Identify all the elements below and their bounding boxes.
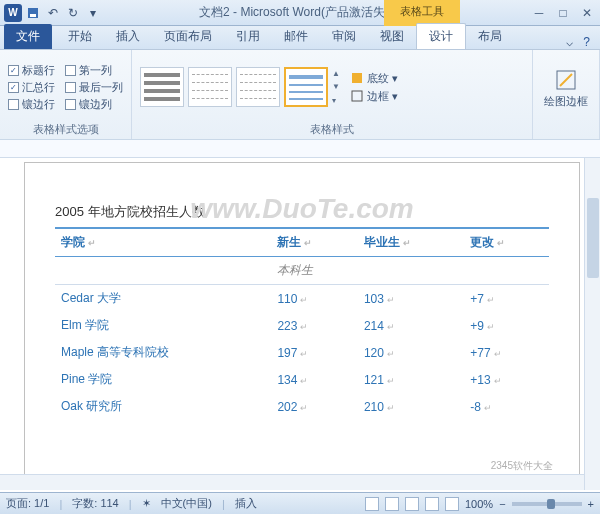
table-cell[interactable]: +13: [464, 366, 549, 393]
column-header[interactable]: 学院: [55, 228, 271, 257]
close-icon[interactable]: ✕: [580, 6, 594, 20]
table-cell[interactable]: 197: [271, 339, 358, 366]
ruler[interactable]: [0, 140, 600, 158]
column-header[interactable]: 毕业生: [358, 228, 464, 257]
shading-button[interactable]: 底纹 ▾: [350, 71, 398, 86]
table-row[interactable]: Maple 高等专科院校197120+77: [55, 339, 549, 366]
table-row[interactable]: Cedar 大学110103+7: [55, 285, 549, 313]
table-cell[interactable]: +77: [464, 339, 549, 366]
status-words[interactable]: 字数: 114: [72, 496, 118, 511]
svg-rect-1: [30, 14, 36, 17]
zoom-in-icon[interactable]: +: [588, 498, 594, 510]
tab-layout[interactable]: 布局: [466, 24, 514, 49]
subheader-cell[interactable]: 本科生: [271, 257, 358, 285]
tab-file[interactable]: 文件: [4, 24, 52, 49]
status-proofing-icon[interactable]: ✶: [142, 497, 151, 510]
table-cell[interactable]: 121: [358, 366, 464, 393]
checkbox-第一列[interactable]: 第一列: [65, 63, 123, 78]
status-mode[interactable]: 插入: [235, 496, 257, 511]
minimize-ribbon-icon[interactable]: ⌵: [566, 35, 573, 49]
tab-review[interactable]: 审阅: [320, 24, 368, 49]
data-table[interactable]: 学院新生毕业生更改 本科生 Cedar 大学110103+7Elm 学院2232…: [55, 227, 549, 420]
tab-mailings[interactable]: 邮件: [272, 24, 320, 49]
table-caption[interactable]: 2005 年地方院校招生人数: [55, 203, 549, 221]
table-cell[interactable]: Pine 学院: [55, 366, 271, 393]
table-cell[interactable]: 103: [358, 285, 464, 313]
tab-home[interactable]: 开始: [56, 24, 104, 49]
view-web-layout-icon[interactable]: [405, 497, 419, 511]
word-app-icon[interactable]: W: [4, 4, 22, 22]
tab-view[interactable]: 视图: [368, 24, 416, 49]
table-cell[interactable]: 110: [271, 285, 358, 313]
ribbon: ✓标题行第一列✓汇总行最后一列镶边行镶边列 表格样式选项 ▲ ▼ ▾ 底纹 ▾ …: [0, 50, 600, 140]
table-cell[interactable]: 120: [358, 339, 464, 366]
status-zoom[interactable]: 100%: [465, 498, 493, 510]
column-header[interactable]: 更改: [464, 228, 549, 257]
document-area: www.DuoTe.com 2005 年地方院校招生人数 学院新生毕业生更改 本…: [0, 158, 600, 490]
table-cell[interactable]: 223: [271, 312, 358, 339]
minimize-icon[interactable]: ─: [532, 6, 546, 20]
group-table-style-options: ✓标题行第一列✓汇总行最后一列镶边行镶边列 表格样式选项: [0, 50, 132, 139]
view-print-layout-icon[interactable]: [365, 497, 379, 511]
group-draw-borders: 绘图边框: [533, 50, 600, 139]
table-row[interactable]: Elm 学院223214+9: [55, 312, 549, 339]
table-cell[interactable]: +9: [464, 312, 549, 339]
table-cell[interactable]: +7: [464, 285, 549, 313]
checkbox-icon: [8, 99, 19, 110]
checkbox-最后一列[interactable]: 最后一列: [65, 80, 123, 95]
group-label-options: 表格样式选项: [8, 120, 123, 137]
checkbox-镶边列[interactable]: 镶边列: [65, 97, 123, 112]
checkbox-镶边行[interactable]: 镶边行: [8, 97, 55, 112]
table-cell[interactable]: 210: [358, 393, 464, 420]
checkbox-icon: [65, 99, 76, 110]
svg-rect-3: [352, 91, 362, 101]
table-cell[interactable]: Maple 高等专科院校: [55, 339, 271, 366]
style-thumb-4-selected[interactable]: [284, 67, 328, 107]
style-thumb-2[interactable]: [188, 67, 232, 107]
tab-design[interactable]: 设计: [416, 23, 466, 49]
table-cell[interactable]: 134: [271, 366, 358, 393]
tab-insert[interactable]: 插入: [104, 24, 152, 49]
checkbox-icon: ✓: [8, 82, 19, 93]
table-row[interactable]: Oak 研究所202210-8: [55, 393, 549, 420]
save-icon[interactable]: [24, 4, 42, 22]
table-row[interactable]: Pine 学院134121+13: [55, 366, 549, 393]
table-cell[interactable]: Elm 学院: [55, 312, 271, 339]
tab-references[interactable]: 引用: [224, 24, 272, 49]
table-cell[interactable]: Oak 研究所: [55, 393, 271, 420]
checkbox-汇总行[interactable]: ✓汇总行: [8, 80, 55, 95]
column-header[interactable]: 新生: [271, 228, 358, 257]
table-cell[interactable]: 214: [358, 312, 464, 339]
group-label-styles: 表格样式: [140, 120, 524, 137]
quick-access-toolbar: W ↶ ↻ ▾: [0, 4, 106, 22]
table-cell[interactable]: 202: [271, 393, 358, 420]
table-cell[interactable]: Cedar 大学: [55, 285, 271, 313]
gallery-more-icon[interactable]: ▾: [332, 96, 344, 105]
checkbox-标题行[interactable]: ✓标题行: [8, 63, 55, 78]
gallery-down-icon[interactable]: ▼: [332, 82, 344, 91]
help-icon[interactable]: ?: [583, 35, 590, 49]
view-draft-icon[interactable]: [445, 497, 459, 511]
qat-dropdown-icon[interactable]: ▾: [84, 4, 102, 22]
gallery-up-icon[interactable]: ▲: [332, 69, 344, 78]
zoom-slider[interactable]: [512, 502, 582, 506]
redo-icon[interactable]: ↻: [64, 4, 82, 22]
style-thumb-1[interactable]: [140, 67, 184, 107]
group-table-styles: ▲ ▼ ▾ 底纹 ▾ 边框 ▾ 表格样式: [132, 50, 533, 139]
undo-icon[interactable]: ↶: [44, 4, 62, 22]
status-language[interactable]: 中文(中国): [161, 496, 212, 511]
table-style-gallery[interactable]: ▲ ▼ ▾: [140, 67, 344, 107]
zoom-out-icon[interactable]: −: [499, 498, 505, 510]
borders-button[interactable]: 边框 ▾: [350, 89, 398, 104]
vertical-scrollbar[interactable]: [584, 158, 600, 490]
draw-borders-button[interactable]: 绘图边框: [541, 68, 591, 109]
maximize-icon[interactable]: □: [556, 6, 570, 20]
status-page[interactable]: 页面: 1/1: [6, 496, 49, 511]
tab-page-layout[interactable]: 页面布局: [152, 24, 224, 49]
view-outline-icon[interactable]: [425, 497, 439, 511]
style-thumb-3[interactable]: [236, 67, 280, 107]
view-full-screen-icon[interactable]: [385, 497, 399, 511]
scrollbar-thumb[interactable]: [587, 198, 599, 278]
table-cell[interactable]: -8: [464, 393, 549, 420]
horizontal-scrollbar[interactable]: [0, 474, 584, 490]
